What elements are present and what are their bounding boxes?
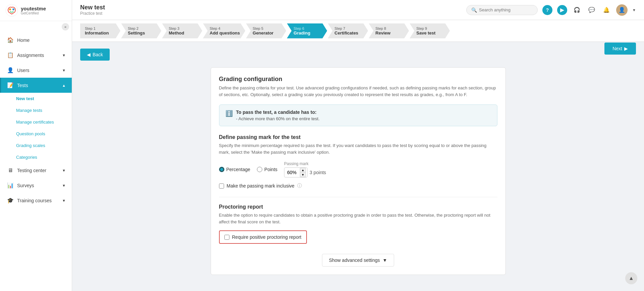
testing-center-icon: 🖥 xyxy=(7,167,14,173)
next-button-label: Next xyxy=(612,46,622,51)
step-9-save-test[interactable]: Step 9 Save test xyxy=(410,23,450,39)
users-icon: 👤 xyxy=(7,67,14,73)
percentage-radio-label: Percentage xyxy=(226,167,251,172)
step-7-certificates[interactable]: Step 7 Certificates xyxy=(328,23,368,39)
chat-icon-button[interactable]: 💬 xyxy=(587,5,597,15)
headphone-icon-button[interactable]: 🎧 xyxy=(572,5,582,15)
step-3-name: Method xyxy=(169,30,184,35)
points-radio-label: Points xyxy=(264,167,277,172)
inclusive-checkbox-label[interactable]: Make the passing mark inclusive xyxy=(227,183,294,189)
sidebar-item-users[interactable]: 👤 Users ▼ xyxy=(0,63,72,78)
step-8-num: Step 8 xyxy=(375,26,390,30)
section-divider xyxy=(219,197,497,197)
logo-text: youtestme GetCertified xyxy=(21,6,46,15)
passing-mark-row: Percentage Points Passing mark ▲ xyxy=(219,161,497,177)
chevron-down-icon: ▼ xyxy=(382,258,387,263)
step-5-num: Step 5 xyxy=(253,26,273,30)
sidebar-sub-question-pools[interactable]: Question pools xyxy=(0,128,72,140)
step-1-information[interactable]: Step 1 Information xyxy=(80,23,120,39)
new-test-label: New test xyxy=(16,96,34,101)
home-icon: 🏠 xyxy=(7,37,14,43)
svg-point-2 xyxy=(12,8,14,10)
show-advanced-area: Show advanced settings ▼ xyxy=(219,254,497,267)
step-7-name: Certificates xyxy=(334,30,358,35)
sidebar-sub-new-test[interactable]: New test xyxy=(0,93,72,104)
proctoring-checkbox-label[interactable]: Require positive proctoring report xyxy=(232,234,302,240)
sidebar-sub-grading-scales[interactable]: Grading scales xyxy=(0,140,72,151)
sidebar: youtestme GetCertified « 🏠 Home 📋 Assign… xyxy=(0,0,72,291)
passing-mark-input[interactable] xyxy=(287,170,300,175)
categories-label: Categories xyxy=(16,155,37,160)
question-pools-label: Question pools xyxy=(16,131,45,136)
logo-main-text: youtestme xyxy=(21,6,46,11)
step-6-grading[interactable]: Step 6 Grading xyxy=(287,23,327,39)
grading-scales-label: Grading scales xyxy=(16,143,45,148)
logo-area: youtestme GetCertified xyxy=(0,0,72,21)
sidebar-sub-categories[interactable]: Categories xyxy=(0,151,72,163)
search-input[interactable] xyxy=(479,7,533,12)
testing-center-arrow-icon: ▼ xyxy=(62,168,66,172)
steps-bar: Step 1 Information Step 2 Settings Step … xyxy=(72,20,644,42)
sidebar-item-training-courses-label: Training courses xyxy=(17,198,59,203)
inclusive-checkbox[interactable] xyxy=(219,184,224,189)
points-radio[interactable] xyxy=(257,167,262,172)
search-box: 🔍 xyxy=(466,5,538,15)
sidebar-item-training-courses[interactable]: 🎓 Training courses ▼ xyxy=(0,193,72,208)
inclusive-help-icon[interactable]: ⓘ xyxy=(297,183,302,189)
svg-point-1 xyxy=(9,8,11,10)
sidebar-item-surveys[interactable]: 📊 Surveys ▼ xyxy=(0,178,72,193)
training-courses-icon: 🎓 xyxy=(7,197,14,204)
sidebar-collapse-button[interactable]: « xyxy=(62,23,69,30)
sidebar-item-tests[interactable]: 📝 Tests ▲ xyxy=(0,78,72,93)
training-courses-arrow-icon: ▼ xyxy=(62,199,66,203)
sidebar-item-home[interactable]: 🏠 Home xyxy=(0,32,72,48)
step-5-name: Generator xyxy=(253,30,273,35)
logo-icon xyxy=(5,4,18,17)
spinner-down-button[interactable]: ▼ xyxy=(300,172,306,177)
grading-card-title: Grading configuration xyxy=(219,76,497,83)
step-4-add-questions[interactable]: Step 4 Add questions xyxy=(203,23,245,39)
scroll-to-top-button[interactable]: ▲ xyxy=(625,272,637,284)
points-value-label: 3 points xyxy=(310,170,326,175)
user-dropdown-arrow[interactable]: ▼ xyxy=(632,8,636,12)
percentage-radio-item[interactable]: Percentage xyxy=(219,167,251,172)
page-title: New test xyxy=(80,4,105,11)
passing-mark-control: ▲ ▼ 3 points xyxy=(284,167,326,177)
step-6-name: Grading xyxy=(293,30,310,35)
info-box-title: To pass the test, a candidate has to: xyxy=(236,110,320,115)
show-advanced-button[interactable]: Show advanced settings ▼ xyxy=(322,254,394,267)
step-5-generator[interactable]: Step 5 Generator xyxy=(246,23,286,39)
sidebar-navigation: 🏠 Home 📋 Assignments ▼ 👤 Users ▼ 📝 Tests… xyxy=(0,32,72,291)
help-icon-button[interactable]: ? xyxy=(542,5,552,15)
proctoring-desc: Enable the option to require candidates … xyxy=(219,212,497,225)
step-2-settings[interactable]: Step 2 Settings xyxy=(121,23,161,39)
nav-buttons-row: ◀ Back xyxy=(80,49,636,61)
show-advanced-label: Show advanced settings xyxy=(329,258,380,263)
back-button[interactable]: ◀ Back xyxy=(80,49,110,61)
logo-sub-text: GetCertified xyxy=(21,11,46,15)
sidebar-item-assignments-label: Assignments xyxy=(17,53,59,58)
define-passing-mark-title: Define passing mark for the test xyxy=(219,134,497,140)
back-button-label: Back xyxy=(93,52,103,57)
passing-mark-label: Passing mark xyxy=(284,161,326,166)
sidebar-sub-manage-tests[interactable]: Manage tests xyxy=(0,104,72,116)
points-radio-item[interactable]: Points xyxy=(257,167,277,172)
sidebar-item-assignments[interactable]: 📋 Assignments ▼ xyxy=(0,48,72,63)
header-right: 🔍 ? ▶ 🎧 💬 🔔 👤 ▼ xyxy=(466,4,636,16)
step-8-review[interactable]: Step 8 Review xyxy=(369,23,409,39)
user-avatar[interactable]: 👤 xyxy=(616,4,628,16)
sidebar-collapse-area: « xyxy=(0,21,72,32)
percentage-radio[interactable] xyxy=(219,167,224,172)
bell-icon-button[interactable]: 🔔 xyxy=(601,5,611,15)
play-icon-button[interactable]: ▶ xyxy=(557,5,567,15)
proctoring-checkbox[interactable] xyxy=(224,235,229,240)
step-2-num: Step 2 xyxy=(128,26,145,30)
next-button[interactable]: Next ▶ xyxy=(604,43,636,55)
sidebar-sub-manage-certificates[interactable]: Manage certificates xyxy=(0,116,72,128)
step-3-num: Step 3 xyxy=(169,26,184,30)
search-icon: 🔍 xyxy=(471,7,477,13)
step-3-method[interactable]: Step 3 Method xyxy=(162,23,202,39)
info-circle-icon: ℹ️ xyxy=(225,110,233,117)
sidebar-item-testing-center[interactable]: 🖥 Testing center ▼ xyxy=(0,163,72,178)
spinner-up-button[interactable]: ▲ xyxy=(300,168,306,172)
